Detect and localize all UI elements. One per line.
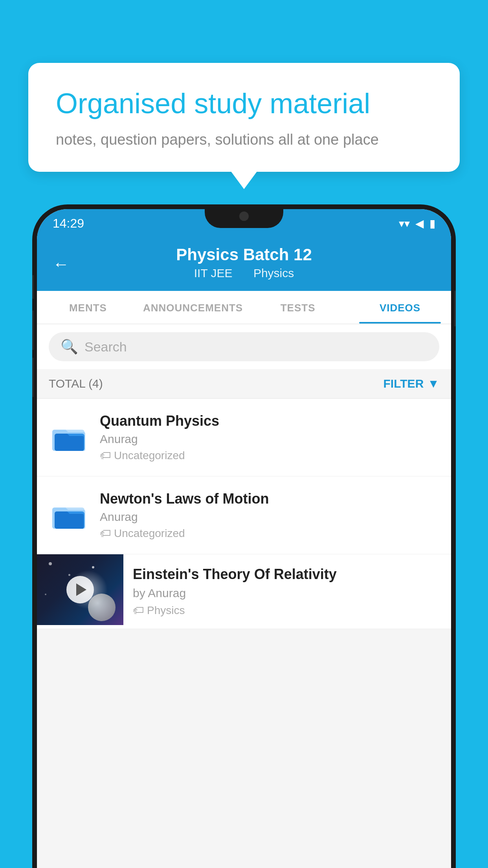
volume-down-button (32, 311, 34, 350)
folder-thumbnail (49, 496, 88, 535)
filter-button[interactable]: FILTER ▼ (383, 377, 439, 390)
bubble-subtitle: notes, question papers, solutions all at… (56, 131, 432, 148)
tab-announcements[interactable]: ANNOUNCEMENTS (139, 291, 247, 324)
phone-frame: 14:29 ▾▾ ◀ ▮ ← Physics Batch 12 IIT JEE … (32, 204, 456, 868)
video-author: Anurag (100, 432, 439, 446)
play-button[interactable] (66, 576, 94, 603)
list-item[interactable]: Einstein's Theory Of Relativity by Anura… (37, 554, 451, 629)
folder-thumbnail (49, 418, 88, 457)
search-box[interactable]: 🔍 Search (49, 332, 439, 361)
list-item[interactable]: Newton's Laws of Motion Anurag 🏷 Uncateg… (37, 476, 451, 554)
volume-up-button (32, 275, 34, 299)
play-triangle-icon (76, 583, 86, 596)
status-time: 14:29 (53, 216, 84, 231)
power-button (454, 291, 456, 326)
folder-icon (51, 422, 86, 453)
video-tag: 🏷 Uncategorized (100, 527, 439, 540)
bubble-title: Organised study material (56, 86, 432, 120)
tab-videos[interactable]: VIDEOS (349, 291, 451, 324)
back-button[interactable]: ← (53, 255, 69, 274)
tag-label: Physics (147, 604, 185, 617)
video-list: Quantum Physics Anurag 🏷 Uncategorized (37, 399, 451, 629)
video-title: Einstein's Theory Of Relativity (133, 566, 442, 583)
camera-dot (239, 211, 249, 221)
video-info: Quantum Physics Anurag 🏷 Uncategorized (100, 413, 439, 462)
tabs-bar: MENTS ANNOUNCEMENTS TESTS VIDEOS (37, 291, 451, 324)
wifi-icon: ▾▾ (399, 217, 410, 230)
video-title: Quantum Physics (100, 413, 439, 429)
folder-icon (51, 500, 86, 531)
battery-icon: ▮ (429, 217, 435, 230)
video-title: Newton's Laws of Motion (100, 491, 439, 507)
search-input[interactable]: Search (84, 339, 127, 355)
tag-icon: 🏷 (133, 604, 144, 617)
phone-screen: 14:29 ▾▾ ◀ ▮ ← Physics Batch 12 IIT JEE … (37, 209, 451, 868)
header-subtitle-physics: Physics (253, 267, 294, 280)
filter-label: FILTER (383, 377, 424, 390)
speech-bubble: Organised study material notes, question… (28, 63, 460, 172)
tag-icon: 🏷 (100, 527, 111, 540)
header-subtitle: IIT JEE Physics (53, 267, 435, 280)
silent-button (32, 358, 34, 397)
video-author: Anurag (100, 510, 439, 524)
video-tag: 🏷 Uncategorized (100, 449, 439, 462)
video-info: Einstein's Theory Of Relativity by Anura… (123, 554, 451, 629)
total-label: TOTAL (4) (49, 377, 103, 390)
search-icon: 🔍 (61, 338, 78, 355)
tag-label: Uncategorized (114, 527, 185, 540)
filter-bar: TOTAL (4) FILTER ▼ (37, 369, 451, 399)
list-item[interactable]: Quantum Physics Anurag 🏷 Uncategorized (37, 399, 451, 476)
filter-icon: ▼ (427, 377, 439, 390)
app-header: ← Physics Batch 12 IIT JEE Physics (37, 237, 451, 291)
video-tag: 🏷 Physics (133, 604, 442, 617)
video-author: by Anurag (133, 587, 442, 600)
video-info: Newton's Laws of Motion Anurag 🏷 Uncateg… (100, 491, 439, 540)
tag-icon: 🏷 (100, 449, 111, 462)
header-title: Physics Batch 12 (53, 245, 435, 264)
signal-icon: ◀ (415, 217, 424, 230)
video-thumbnail (37, 554, 123, 625)
phone-notch (205, 204, 283, 228)
status-icons: ▾▾ ◀ ▮ (399, 217, 435, 230)
tab-ments[interactable]: MENTS (37, 291, 139, 324)
header-subtitle-iitjee: IIT JEE (194, 267, 233, 280)
tag-label: Uncategorized (114, 449, 185, 462)
tab-tests[interactable]: TESTS (247, 291, 349, 324)
search-container: 🔍 Search (37, 324, 451, 369)
